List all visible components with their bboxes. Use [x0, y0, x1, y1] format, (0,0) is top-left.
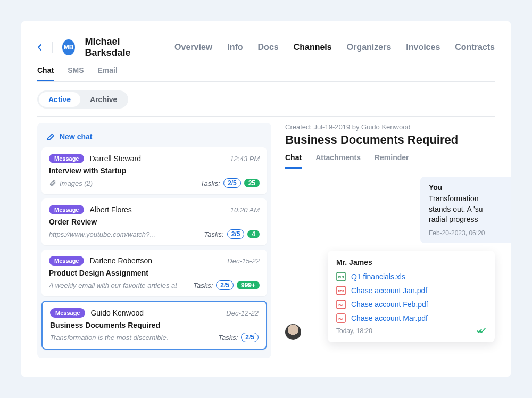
new-chat-button[interactable]: New chat	[41, 127, 267, 147]
segment-archive[interactable]: Archive	[80, 92, 127, 107]
chat-sender: Darrell Steward	[89, 154, 140, 163]
count-badge: 25	[244, 179, 260, 187]
incoming-message[interactable]: Mr. James XLSQ1 financials.xlsPDFChase a…	[328, 251, 495, 342]
paperclip-icon	[49, 179, 56, 187]
chat-time: 12:43 PM	[230, 155, 260, 163]
thread-tab-chat[interactable]: Chat	[285, 153, 302, 169]
contact-avatar[interactable]: MB	[62, 39, 76, 55]
back-button[interactable]	[37, 44, 43, 51]
divider	[37, 116, 495, 117]
sub-tab-email[interactable]: Email	[97, 66, 117, 81]
svg-text:PDF: PDF	[338, 289, 344, 293]
chat-time: 10:20 AM	[230, 206, 260, 214]
app-window: MB Michael Barksdale OverviewInfoDocsCha…	[21, 21, 511, 377]
chat-preview: A weekly email with our favorite article…	[49, 281, 177, 289]
separator	[52, 42, 53, 53]
sub-tab-sms[interactable]: SMS	[68, 66, 84, 81]
xls-file-icon: XLS	[336, 272, 346, 281]
chat-sender: Darlene Robertson	[89, 256, 152, 265]
tasks-ratio: 2/5	[223, 178, 241, 188]
chat-preview: Transformation is the most discernible.	[50, 334, 168, 342]
top-tab-info[interactable]: Info	[227, 43, 243, 52]
file-attachment[interactable]: XLSQ1 financials.xls	[336, 272, 486, 281]
chat-list-item[interactable]: MessageDarrell Steward12:43 PMInterview …	[41, 147, 267, 194]
thread-tab-attachments[interactable]: Attachments	[315, 153, 361, 169]
count-badge: 4	[247, 230, 260, 238]
chat-title: Business Documents Required	[50, 321, 259, 329]
contact-name: Michael Barksdale	[85, 36, 153, 59]
file-name: Chase account Jan.pdf	[351, 286, 427, 295]
chat-list-item[interactable]: MessageDarlene RobertsonDec-15-22Product…	[41, 250, 267, 296]
top-tab-docs[interactable]: Docs	[258, 43, 279, 52]
new-chat-label: New chat	[60, 132, 92, 141]
message-badge: Message	[49, 154, 84, 163]
chat-sender: Guido Kenwood	[90, 309, 144, 317]
pencil-icon	[47, 132, 55, 141]
thread-tab-reminder[interactable]: Reminder	[375, 153, 409, 169]
incoming-timestamp: Today, 18:20	[336, 327, 372, 335]
thread-created: Created: Jul-19-2019 by Guido Kenwood	[285, 123, 495, 131]
file-attachment[interactable]: PDFChase account Jan.pdf	[336, 286, 486, 295]
file-attachment[interactable]: PDFChase account Feb.pdf	[336, 300, 486, 309]
file-name: Chase account Mar.pdf	[351, 314, 428, 322]
outgoing-message[interactable]: You Transformation stands out. A 'su rad…	[420, 177, 511, 243]
chat-list-item[interactable]: MessageGuido KenwoodDec-12-22Business Do…	[41, 301, 267, 350]
header: MB Michael Barksdale OverviewInfoDocsCha…	[37, 36, 495, 59]
chat-title: Interview with Startup	[49, 167, 260, 175]
chat-list-item[interactable]: MessageAlbert Flores10:20 AMOrder Review…	[41, 198, 267, 245]
chat-list-pane: New chat MessageDarrell Steward12:43 PMI…	[37, 123, 271, 358]
outgoing-author: You	[429, 183, 502, 192]
file-name: Q1 financials.xls	[351, 272, 405, 281]
chat-title: Product Design Assignment	[49, 269, 260, 277]
thread-tabs: ChatAttachmentsReminder	[285, 153, 495, 169]
message-badge: Message	[49, 256, 84, 266]
pdf-file-icon: PDF	[336, 300, 346, 309]
tasks-label: Tasks:	[193, 281, 213, 289]
tasks-label: Tasks:	[218, 334, 238, 342]
top-tabs: OverviewInfoDocsChannelsOrganizersInvoic…	[174, 43, 495, 52]
channel-sub-tabs: ChatSMSEmail	[37, 66, 495, 82]
file-attachment[interactable]: PDFChase account Mar.pdf	[336, 313, 486, 323]
chat-time: Dec-12-22	[226, 309, 259, 317]
outgoing-body: Transformation stands out. A 'su radial …	[429, 194, 502, 225]
chevron-left-icon	[37, 44, 43, 51]
incoming-author: Mr. James	[336, 258, 486, 267]
tasks-ratio: 2/5	[241, 333, 259, 342]
read-receipt-icon	[477, 328, 486, 334]
tasks-label: Tasks:	[204, 230, 224, 238]
segment-active[interactable]: Active	[39, 92, 80, 107]
top-tab-invoices[interactable]: Invoices	[406, 43, 440, 52]
tasks-label: Tasks:	[201, 179, 220, 187]
thread-title: Business Documents Required	[285, 133, 495, 147]
file-name: Chase account Feb.pdf	[351, 300, 428, 309]
top-tab-channels[interactable]: Channels	[294, 43, 332, 52]
chat-preview: https://www.youtube.com/watch?…	[49, 230, 156, 238]
chat-sender: Albert Flores	[89, 205, 131, 214]
thread-column: Created: Jul-19-2019 by Guido Kenwood Bu…	[285, 123, 495, 358]
top-tab-contracts[interactable]: Contracts	[455, 43, 495, 52]
top-tab-overview[interactable]: Overview	[174, 43, 212, 52]
count-badge: 999+	[237, 281, 260, 289]
sub-tab-chat[interactable]: Chat	[37, 66, 54, 81]
sender-avatar[interactable]	[285, 324, 301, 340]
chat-preview: Images (2)	[49, 179, 93, 187]
svg-text:PDF: PDF	[338, 317, 344, 320]
svg-text:XLS: XLS	[338, 276, 344, 279]
chat-time: Dec-15-22	[227, 257, 260, 265]
pdf-file-icon: PDF	[336, 313, 346, 323]
chat-title: Order Review	[49, 218, 260, 226]
status-segmented-control[interactable]: ActiveArchive	[37, 90, 128, 109]
svg-text:PDF: PDF	[338, 303, 344, 306]
top-tab-organizers[interactable]: Organizers	[347, 43, 392, 52]
tasks-ratio: 2/5	[227, 229, 245, 239]
message-badge: Message	[49, 205, 84, 214]
incoming-message-wrap: Mr. James XLSQ1 financials.xlsPDFChase a…	[285, 251, 495, 342]
tasks-ratio: 2/5	[216, 280, 234, 290]
outgoing-timestamp: Feb-20-2023, 06:20	[429, 229, 502, 237]
message-badge: Message	[50, 308, 85, 318]
columns: New chat MessageDarrell Steward12:43 PMI…	[37, 123, 495, 358]
pdf-file-icon: PDF	[336, 286, 346, 295]
chat-list-column: New chat MessageDarrell Steward12:43 PMI…	[37, 123, 271, 358]
